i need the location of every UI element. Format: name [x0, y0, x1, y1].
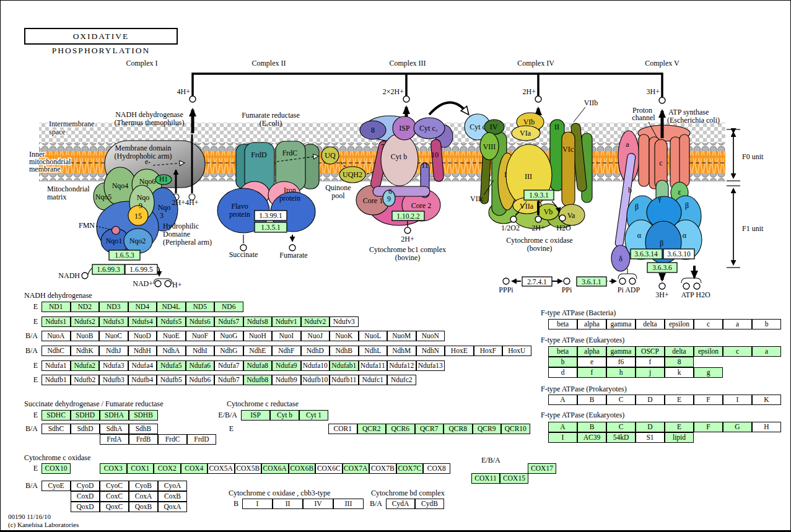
ec-box-1.9.3.1[interactable]: 1.9.3.1 — [524, 190, 554, 200]
ec-1.6.99.3-label[interactable]: 1.6.99.3 — [97, 266, 120, 273]
gene-cell-NdhF[interactable]: NdhF — [272, 346, 301, 356]
gene-cell-NdhD[interactable]: NdhD — [301, 346, 330, 356]
gene-cell-NuoJ[interactable]: NuoJ — [301, 331, 330, 341]
ec-3.6.3.10-label[interactable]: 3.6.3.10 — [667, 250, 691, 258]
gene-cell-Ndufab1[interactable]: Ndufab1 — [330, 360, 359, 371]
gene-cell-ND3[interactable]: ND3 — [99, 302, 128, 312]
gene-cell-CoxC[interactable]: CoxC — [100, 491, 129, 502]
gene-cell-COX3[interactable]: COX3 — [100, 463, 127, 474]
gene-cell-ND1[interactable]: ND1 — [42, 302, 71, 312]
gene-cell-Ndufa8[interactable]: Ndufa8 — [243, 360, 273, 371]
ec-box-3.6.1.1[interactable]: 3.6.1.1 — [577, 277, 606, 286]
gene-cell-NdhJ[interactable]: NdhJ — [99, 346, 128, 356]
gene-cell-c[interactable]: c — [723, 346, 752, 357]
gene-cell-Ndufs7[interactable]: Ndufs7 — [214, 316, 243, 327]
gene-cell-epsilon[interactable]: epsilon — [665, 319, 694, 329]
gene-cell-NuoI[interactable]: NuoI — [272, 331, 301, 341]
gene-cell-COX11[interactable]: COX11 — [471, 473, 500, 484]
gene-cell-NuoK[interactable]: NuoK — [330, 331, 359, 341]
gene-cell-IV[interactable]: IV — [303, 499, 333, 509]
gene-cell-ND5[interactable]: ND5 — [186, 302, 215, 312]
gene-cell-H[interactable]: H — [752, 422, 781, 432]
gene-cell-OSCP[interactable]: OSCP — [636, 346, 665, 357]
gene-cell-QoxA[interactable]: QoxA — [158, 502, 187, 512]
gene-cell-Ndufa7[interactable]: Ndufa7 — [214, 360, 243, 371]
gene-cell-G[interactable]: G — [723, 422, 752, 432]
ec-box-2.7.4.1[interactable]: 2.7.4.1 — [522, 277, 552, 286]
gene-cell-Ndufs1[interactable]: Ndufs1 — [42, 316, 71, 327]
gene-cell-NdhM[interactable]: NdhM — [387, 346, 416, 356]
gene-cell-Ndufb4[interactable]: Ndufb4 — [128, 375, 157, 385]
gene-cell-AC39[interactable]: AC39 — [577, 432, 606, 443]
gene-cell-g[interactable]: g — [694, 367, 723, 378]
gene-cell-E[interactable]: E — [665, 422, 694, 432]
gene-cell-Cyt b[interactable]: Cyt b — [270, 410, 299, 421]
ec-box-1.6.99.3[interactable]: 1.6.99.3 — [92, 264, 125, 274]
gene-cell-f[interactable]: f — [577, 367, 606, 378]
gene-cell-Ndufs5[interactable]: Ndufs5 — [157, 316, 186, 327]
gene-cell-c[interactable]: c — [694, 319, 723, 329]
gene-cell-ND6[interactable]: ND6 — [214, 302, 243, 312]
gene-cell-Ndufv1[interactable]: Ndufv1 — [272, 316, 301, 327]
gene-cell-B[interactable]: B — [577, 422, 606, 432]
gene-cell-Ndufa1[interactable]: Ndufa1 — [42, 360, 71, 371]
gene-cell-k[interactable]: k — [665, 367, 694, 378]
gene-cell-COX6A[interactable]: COX6A — [261, 463, 289, 474]
gene-cell-NuoE[interactable]: NuoE — [157, 331, 186, 341]
gene-cell-NdhE[interactable]: NdhE — [243, 346, 273, 356]
gene-cell-QoxB[interactable]: QoxB — [129, 502, 158, 512]
gene-cell-Ndufb6[interactable]: Ndufb6 — [186, 375, 215, 385]
gene-cell-b[interactable]: b — [752, 319, 781, 329]
gene-cell-Ndufb3[interactable]: Ndufb3 — [99, 375, 128, 385]
ec-3.6.3.14-label[interactable]: 3.6.3.14 — [634, 250, 658, 258]
gene-cell-COX4[interactable]: COX4 — [181, 463, 208, 474]
gene-cell-Ndufv3[interactable]: Ndufv3 — [330, 316, 359, 327]
gene-cell-Ndufb8[interactable]: Ndufb8 — [243, 375, 273, 385]
gene-cell-Ndufa5[interactable]: Ndufa5 — [157, 360, 186, 371]
gene-cell-beta[interactable]: beta — [548, 319, 577, 329]
ec-box-3.6.3.14[interactable]: 3.6.3.14 — [631, 249, 662, 259]
gene-cell-F[interactable]: F — [694, 422, 723, 432]
gene-cell-8[interactable]: 8 — [665, 357, 694, 367]
gene-cell-Ndufa4[interactable]: Ndufa4 — [128, 360, 157, 371]
gene-cell-CyoC[interactable]: CyoC — [100, 481, 129, 491]
gene-cell-CyoB[interactable]: CyoB — [129, 481, 158, 491]
gene-cell-COX1[interactable]: COX1 — [127, 463, 154, 474]
gene-cell-HoxF[interactable]: HoxF — [474, 346, 503, 356]
gene-cell-F[interactable]: F — [694, 395, 723, 405]
ec-3.6.1.1-label[interactable]: 3.6.1.1 — [582, 278, 601, 286]
gene-cell-Ndufb7[interactable]: Ndufb7 — [214, 375, 243, 385]
gene-cell-NdhH[interactable]: NdhH — [128, 346, 157, 356]
gene-cell-HoxU[interactable]: HoxU — [502, 346, 531, 356]
gene-cell-QCR7[interactable]: QCR7 — [415, 424, 444, 434]
gene-cell-NuoA[interactable]: NuoA — [42, 331, 71, 341]
gene-cell-a[interactable]: a — [752, 346, 781, 357]
gene-cell-C[interactable]: C — [606, 395, 636, 405]
gene-cell-Ndufs6[interactable]: Ndufs6 — [186, 316, 215, 327]
gene-cell-COX6B[interactable]: COX6B — [289, 463, 316, 474]
gene-cell-NuoM[interactable]: NuoM — [387, 331, 416, 341]
gene-cell-FrdB[interactable]: FrdB — [129, 434, 158, 445]
gene-cell-COX5B[interactable]: COX5B — [235, 463, 262, 474]
gene-cell-SdhC[interactable]: SdhC — [42, 424, 71, 434]
gene-cell-COX7C[interactable]: COX7C — [396, 463, 424, 474]
gene-cell-NdhA[interactable]: NdhA — [157, 346, 186, 356]
gene-cell-b[interactable]: b — [548, 357, 577, 367]
gene-cell-Ndufs8[interactable]: Ndufs8 — [243, 316, 273, 327]
gene-cell-a[interactable]: a — [723, 319, 752, 329]
gene-cell-gamma[interactable]: gamma — [606, 319, 636, 329]
gene-cell-d[interactable]: d — [548, 367, 577, 378]
gene-cell-NuoB[interactable]: NuoB — [71, 331, 100, 341]
gene-cell-Ndufb5[interactable]: Ndufb5 — [157, 375, 186, 385]
gene-cell-CydB[interactable]: CydB — [415, 499, 444, 509]
gene-cell-K[interactable]: K — [752, 395, 781, 405]
gene-cell-CoxA[interactable]: CoxA — [129, 491, 158, 502]
gene-cell-I[interactable]: I — [723, 395, 752, 405]
gene-cell-CoxB[interactable]: CoxB — [158, 491, 187, 502]
gene-cell-NdhG[interactable]: NdhG — [214, 346, 243, 356]
gene-cell-COX7B[interactable]: COX7B — [369, 463, 396, 474]
gene-cell-54kD[interactable]: 54kD — [606, 432, 636, 443]
gene-cell-CyoE[interactable]: CyoE — [42, 481, 71, 491]
gene-cell-ND2[interactable]: ND2 — [71, 302, 100, 312]
gene-cell-QCR2[interactable]: QCR2 — [357, 424, 387, 434]
